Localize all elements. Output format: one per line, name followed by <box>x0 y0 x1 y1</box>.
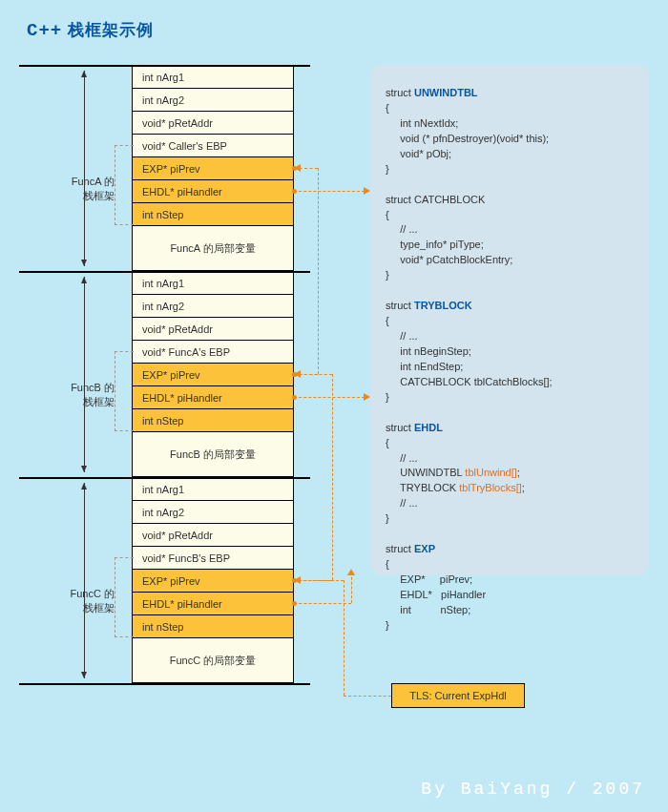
connector <box>344 696 391 697</box>
stack-cell: EXP* piPrev <box>133 570 293 593</box>
connector <box>332 374 333 580</box>
frame-rule <box>19 683 310 685</box>
stack-cell: FuncB 的局部变量 <box>133 432 293 478</box>
stack-cell: int nArg2 <box>133 89 293 112</box>
stack-cell: FuncA 的局部变量 <box>133 226 293 272</box>
arrowhead-icon <box>364 393 370 401</box>
frame-label-a: FuncA 的 栈框架 <box>43 175 115 203</box>
frame-bracket <box>115 351 134 431</box>
code-panel: struct UNWINDTBL { int nNextIdx; void (*… <box>370 65 649 575</box>
stack-cell: EHDL* piHandler <box>133 593 293 615</box>
connector-dot <box>292 189 297 194</box>
frame-extent-arrow <box>84 277 85 472</box>
connector-dot <box>292 395 297 400</box>
connector-dot <box>292 601 297 606</box>
stack-cell: EHDL* piHandler <box>133 386 293 409</box>
stack-cell: int nStep <box>133 203 293 226</box>
stack-cell: int nArg2 <box>133 295 293 318</box>
stack-cell: void* pRetAddr <box>133 524 293 547</box>
frame-rule <box>19 477 310 479</box>
frame-label-c: FuncC 的 栈框架 <box>43 587 115 615</box>
tls-box: TLS: Current ExpHdl <box>391 683 525 708</box>
stack-cell: void* Caller's EBP <box>133 135 293 157</box>
connector <box>294 397 365 398</box>
frame-extent-arrow <box>84 483 85 678</box>
frame-bracket <box>115 145 134 225</box>
arrowhead-icon <box>364 187 370 195</box>
connector <box>294 191 365 192</box>
frame-rule <box>19 271 310 273</box>
title-rest: 栈框架示例 <box>62 21 154 39</box>
connector <box>351 573 352 603</box>
frame-bracket <box>115 557 134 637</box>
stack-cell: EXP* piPrev <box>133 157 293 180</box>
arrowhead-icon <box>294 164 301 172</box>
tls-label: TLS: Current ExpHdl <box>409 690 506 701</box>
connector <box>318 168 319 374</box>
stack-cell: int nStep <box>133 409 293 432</box>
connector <box>294 603 351 604</box>
stack-cell: int nArg1 <box>133 272 293 295</box>
arrowhead-icon <box>294 576 301 584</box>
stack-column: int nArg1int nArg2void* pRetAddrvoid* Ca… <box>132 65 294 684</box>
frame-extent-arrow <box>84 71 85 266</box>
footer-credit: By BaiYang / 2007 <box>421 780 645 799</box>
frame-rule <box>19 65 310 67</box>
stack-cell: int nArg2 <box>133 501 293 524</box>
stack-cell: int nArg1 <box>133 66 293 89</box>
diagram-title: C++ 栈框架示例 <box>27 19 154 41</box>
stack-cell: int nStep <box>133 615 293 638</box>
stack-cell: void* FuncB's EBP <box>133 547 293 570</box>
arrowhead-icon <box>347 569 355 575</box>
stack-cell: int nArg1 <box>133 478 293 501</box>
stack-cell: FuncC 的局部变量 <box>133 638 293 684</box>
stack-cell: void* pRetAddr <box>133 112 293 135</box>
title-cpp: C++ <box>27 20 62 41</box>
arrowhead-icon <box>294 370 301 378</box>
stack-cell: EHDL* piHandler <box>133 180 293 203</box>
stack-cell: EXP* piPrev <box>133 364 293 386</box>
stack-cell: void* pRetAddr <box>133 318 293 341</box>
connector <box>344 580 344 696</box>
connector <box>294 580 344 581</box>
stack-cell: void* FuncA's EBP <box>133 341 293 364</box>
frame-label-b: FuncB 的 栈框架 <box>43 381 115 409</box>
